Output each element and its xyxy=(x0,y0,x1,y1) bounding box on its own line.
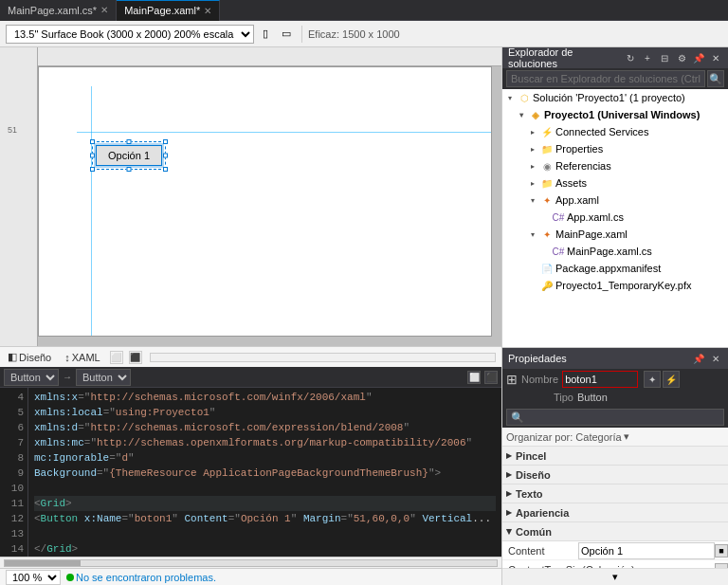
device-select[interactable]: 13.5" Surface Book (3000 x 2000) 200% es… xyxy=(6,25,254,44)
tree-item-assets[interactable]: ▸ 📁 Assets xyxy=(502,174,728,192)
close-tab-xaml[interactable]: ✕ xyxy=(204,6,211,16)
editor-collapse-btn[interactable]: ⬛ xyxy=(484,371,498,384)
tree-item-mainpagecs[interactable]: ▸ C# MainPage.xaml.cs xyxy=(502,243,728,260)
close-tab-cs[interactable]: ✕ xyxy=(100,5,108,15)
prop-content-input[interactable] xyxy=(578,542,715,559)
arrow-referencias: ▸ xyxy=(527,160,538,172)
search-bar: 🔍 xyxy=(502,68,728,89)
section-pincel[interactable]: ▸ Pincel xyxy=(502,447,728,466)
bottom-hscroll[interactable] xyxy=(0,557,501,568)
icon-appxamlcs: C# xyxy=(552,210,565,224)
code-selector-1[interactable]: Button xyxy=(4,369,59,386)
tree-item-properties[interactable]: ▸ 📁 Properties xyxy=(502,140,728,157)
hscroll-thumb[interactable] xyxy=(5,560,81,566)
tree-item-pfx[interactable]: ▸ 🔑 Proyecto1_TemporaryKey.pfx xyxy=(502,277,728,294)
zoom-select[interactable]: 100 % xyxy=(6,570,61,585)
label-assets: Assets xyxy=(555,177,587,189)
icon-mainpagecs: C# xyxy=(552,245,565,258)
name-input[interactable] xyxy=(562,371,638,388)
canvas-button[interactable]: Opción 1 xyxy=(96,145,162,166)
code-line-13 xyxy=(34,526,496,541)
label-referencias: Referencias xyxy=(555,160,611,172)
tree-item-mainpagexaml[interactable]: ▾ ✦ MainPage.xaml xyxy=(502,226,728,243)
code-line-7: xmlns:mc="http://schemas.openxmlformats.… xyxy=(34,435,496,450)
label-diseno: Diseño xyxy=(516,469,551,481)
handle-tr[interactable] xyxy=(163,139,168,144)
editor-expand-btn[interactable]: ⬜ xyxy=(467,371,481,384)
type-value: Button xyxy=(577,392,608,403)
icon-pfx: 🔑 xyxy=(540,279,554,292)
code-content: 4 5 6 7 8 9 10 11 12 13 14 15 xmlns:x="h… xyxy=(0,388,501,557)
tree-item-appxaml[interactable]: ▾ ✦ App.xaml xyxy=(502,192,728,209)
props-sort-bar[interactable]: Organizar por: Categoría ▾ xyxy=(502,428,728,447)
tab-mainpage-xaml[interactable]: MainPage.xaml* ✕ xyxy=(117,0,220,21)
ruler-top xyxy=(38,47,501,66)
ruler-51: 51 xyxy=(8,125,17,135)
ruler-left: 51 xyxy=(0,47,38,346)
props-event-btn[interactable]: ⚡ xyxy=(663,371,680,388)
se-pin-btn[interactable]: 📌 xyxy=(692,51,705,64)
arrow-pincel: ▸ xyxy=(506,449,512,462)
section-texto[interactable]: ▸ Texto xyxy=(502,484,728,503)
toolbar-divider xyxy=(301,26,302,43)
search-input[interactable] xyxy=(506,70,705,87)
tab-mainpage-cs[interactable]: MainPage.xaml.cs* ✕ xyxy=(0,0,117,21)
tree-item-project[interactable]: ▾ ◈ Proyecto1 (Universal Windows) xyxy=(502,106,728,123)
se-filter-btn[interactable]: ⊟ xyxy=(658,51,671,64)
tab-bar: MainPage.xaml.cs* ✕ MainPage.xaml* ✕ xyxy=(0,0,728,21)
se-new-btn[interactable]: + xyxy=(641,51,654,64)
name-label: Nombre xyxy=(521,374,558,385)
arrow-diseno: ▸ xyxy=(506,468,512,481)
prop-content-btn[interactable]: ■ xyxy=(715,544,728,558)
tree-item-referencias[interactable]: ▸ ◉ Referencias xyxy=(502,157,728,174)
section-apariencia[interactable]: ▸ Apariencia xyxy=(502,503,728,522)
design-view-btn[interactable]: ◧ Diseño xyxy=(4,350,55,364)
landscape-btn[interactable]: ▭ xyxy=(277,25,296,44)
code-selector-2[interactable]: Button xyxy=(76,369,131,386)
props-search-bar xyxy=(502,407,728,428)
code-line-11: <Grid> xyxy=(34,496,496,511)
search-btn[interactable]: 🔍 xyxy=(707,70,724,87)
handle-br[interactable] xyxy=(163,167,168,172)
size-text: Eficaz: 1500 x 1000 xyxy=(308,28,400,40)
props-close-btn[interactable]: ✕ xyxy=(709,352,722,365)
handle-bm[interactable] xyxy=(127,167,132,172)
arrow-texto: ▸ xyxy=(506,487,512,500)
props-pin-btn[interactable]: 📌 xyxy=(692,352,705,365)
tree-item-connected[interactable]: ▸ ⚡ Connected Services xyxy=(502,123,728,140)
collapse-btn[interactable]: ⬛ xyxy=(129,351,142,364)
se-sync-btn[interactable]: ↻ xyxy=(624,51,637,64)
code-lines[interactable]: xmlns:x="http://schemas.microsoft.com/wi… xyxy=(28,388,501,557)
hscroll-track[interactable] xyxy=(4,559,498,567)
designer-bottom-bar: ◧ Diseño ↕ XAML ⬜ ⬛ xyxy=(0,346,501,367)
section-comun[interactable]: ▾ Común xyxy=(502,522,728,541)
props-search-input[interactable] xyxy=(506,409,724,426)
status-bar: 100 % No se encontraron problemas. xyxy=(0,568,501,585)
arrow-solution: ▾ xyxy=(504,92,516,103)
code-editor-toolbar: Button → Button ⬜ ⬛ xyxy=(0,367,501,388)
props-row-content: Content ■ xyxy=(502,541,728,560)
tree-item-manifest[interactable]: ▸ 📄 Package.appxmanifest xyxy=(502,260,728,277)
arrow-project: ▾ xyxy=(516,109,527,120)
xaml-view-btn[interactable]: ↕ XAML xyxy=(61,351,103,364)
tree-item-appxamlcs[interactable]: ▸ C# App.xaml.cs xyxy=(502,209,728,226)
code-arrow: → xyxy=(63,372,72,382)
se-settings-btn[interactable]: ⚙ xyxy=(675,51,688,64)
props-scroll-down[interactable]: ▾ xyxy=(502,568,728,585)
sort-label: Organizar por: Categoría xyxy=(506,431,622,443)
se-close-btn[interactable]: ✕ xyxy=(709,51,722,64)
designer-canvas[interactable]: 51 Opción 1 xyxy=(0,47,501,346)
arrow-comun: ▾ xyxy=(506,525,512,538)
label-texto: Texto xyxy=(516,488,543,500)
icon-appxaml: ✦ xyxy=(540,193,554,207)
design-label: Diseño xyxy=(19,352,51,363)
properties-title-bar: Propiedades 📌 ✕ xyxy=(502,348,728,369)
handle-mr[interactable] xyxy=(163,154,168,158)
portrait-btn[interactable]: ▯ xyxy=(258,25,273,44)
h-scroll-designer[interactable] xyxy=(150,353,496,362)
tree-item-solution[interactable]: ▾ ⬡ Solución 'Proyecto1' (1 proyecto) xyxy=(502,89,728,106)
expand-btn[interactable]: ⬜ xyxy=(110,351,123,364)
section-diseno[interactable]: ▸ Diseño xyxy=(502,466,728,484)
props-wand-btn[interactable]: ✦ xyxy=(644,371,661,388)
handle-tm[interactable] xyxy=(127,139,132,144)
